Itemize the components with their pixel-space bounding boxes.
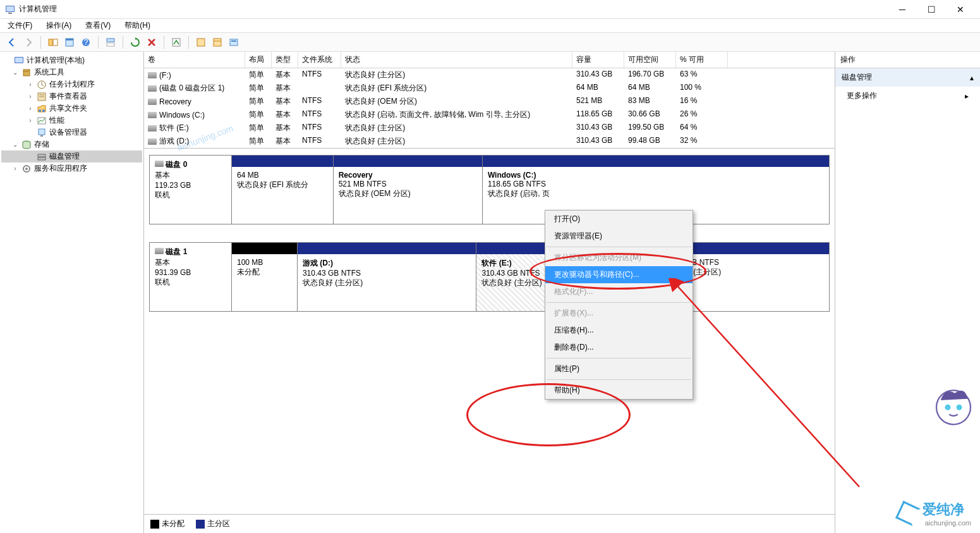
minimize-button[interactable]: ─: [888, 0, 917, 19]
tree-services-apps[interactable]: ›服务和应用程序: [1, 162, 142, 175]
legend-swatch-primary: [196, 520, 205, 529]
action-button[interactable]: [227, 35, 241, 49]
collapse-icon: ▴: [970, 73, 974, 82]
svg-rect-12: [197, 39, 205, 46]
svg-rect-13: [214, 39, 221, 46]
context-menu: 打开(O) 资源管理器(E) 将分区标记为活动分区(M) 更改驱动器号和路径(C…: [545, 210, 693, 400]
navigation-tree: 计算机管理(本地) ⌄系统工具 ›任务计划程序 ›事件查看器 ›共享文件夹 ›性…: [0, 52, 144, 533]
col-filesystem[interactable]: 文件系统: [298, 52, 341, 68]
center-pane: 卷 布局 类型 文件系统 状态 容量 可用空间 % 可用 (F:)简单基本NTF…: [144, 52, 835, 533]
disk-0-row: 磁盘 0 基本 119.23 GB 联机 64 MB状态良好 (EFI 系统分R…: [149, 155, 830, 224]
legend-swatch-unalloc: [150, 520, 159, 529]
volume-table: 卷 布局 类型 文件系统 状态 容量 可用空间 % 可用 (F:)简单基本NTF…: [144, 52, 835, 149]
delete-button[interactable]: [145, 35, 159, 49]
partition[interactable]: 100 MB未分配: [232, 243, 298, 311]
drive-icon: [148, 125, 157, 132]
disk-icon: [155, 248, 164, 254]
svg-point-25: [42, 109, 45, 112]
legend: 未分配 主分区: [144, 514, 835, 533]
list-button[interactable]: [194, 35, 208, 49]
back-button[interactable]: [5, 35, 19, 49]
tree-storage[interactable]: ⌄存储: [1, 138, 142, 150]
menu-extend: 扩展卷(X)...: [545, 305, 693, 322]
col-type[interactable]: 类型: [272, 52, 298, 68]
settings-button[interactable]: [169, 35, 183, 49]
col-free[interactable]: 可用空间: [624, 52, 676, 68]
menu-format: 格式化(F)...: [545, 283, 693, 300]
svg-rect-3: [49, 39, 52, 46]
tree-disk-management[interactable]: 磁盘管理: [1, 150, 142, 162]
col-status[interactable]: 状态: [341, 52, 572, 68]
menu-view[interactable]: 查看(V): [83, 19, 113, 32]
partition[interactable]: 游戏 (D:)310.43 GB NTFS状态良好 (主分区): [298, 243, 477, 311]
svg-rect-2: [8, 13, 12, 14]
col-capacity[interactable]: 容量: [572, 52, 624, 68]
table-header: 卷 布局 类型 文件系统 状态 容量 可用空间 % 可用: [144, 52, 835, 68]
tree-performance[interactable]: ›性能: [1, 114, 142, 126]
table-row[interactable]: 游戏 (D:)简单基本NTFS状态良好 (主分区)310.43 GB99.48 …: [144, 135, 835, 148]
menubar: 文件(F) 操作(A) 查看(V) 帮助(H): [0, 19, 980, 33]
drive-icon: [148, 112, 157, 118]
window-title: 计算机管理: [19, 4, 888, 15]
svg-rect-10: [107, 43, 114, 46]
view-top-button[interactable]: [104, 35, 118, 49]
svg-rect-30: [38, 154, 45, 157]
menu-delete[interactable]: 删除卷(D)...: [545, 339, 693, 356]
svg-rect-1: [6, 6, 14, 11]
tree-task-scheduler[interactable]: ›任务计划程序: [1, 78, 142, 90]
help-button[interactable]: ?: [79, 35, 93, 49]
forward-button[interactable]: [21, 35, 35, 49]
svg-rect-6: [66, 39, 73, 40]
properties-button[interactable]: [63, 35, 76, 49]
show-hide-tree-button[interactable]: [46, 35, 60, 49]
table-row[interactable]: Windows (C:)简单基本NTFS状态良好 (启动, 页面文件, 故障转储…: [144, 108, 835, 121]
actions-diskmgmt[interactable]: 磁盘管理 ▴: [835, 68, 980, 87]
menu-action[interactable]: 操作(A): [44, 19, 74, 32]
menu-open[interactable]: 打开(O): [545, 211, 693, 228]
tree-device-manager[interactable]: 设备管理器: [1, 126, 142, 138]
disk-graphical-view: 磁盘 0 基本 119.23 GB 联机 64 MB状态良好 (EFI 系统分R…: [144, 149, 835, 514]
svg-rect-28: [40, 135, 43, 137]
refresh-button[interactable]: [128, 35, 142, 49]
actions-pane: 操作 磁盘管理 ▴ 更多操作 ▸: [835, 52, 980, 533]
table-row[interactable]: (F:)简单基本NTFS状态良好 (主分区)310.43 GB196.70 GB…: [144, 68, 835, 82]
svg-point-24: [39, 109, 41, 112]
menu-change-drive-letter[interactable]: 更改驱动器号和路径(C)...: [545, 266, 693, 283]
menu-mark-active: 将分区标记为活动分区(M): [545, 249, 693, 266]
detail-button[interactable]: [210, 35, 224, 49]
app-icon: [5, 4, 15, 15]
svg-rect-4: [53, 39, 57, 46]
col-volume[interactable]: 卷: [144, 52, 245, 68]
menu-file[interactable]: 文件(F): [5, 19, 35, 32]
disk-0-info[interactable]: 磁盘 0 基本 119.23 GB 联机: [150, 156, 232, 224]
menu-help[interactable]: 帮助(H): [545, 382, 693, 399]
table-row[interactable]: Recovery简单基本NTFS状态良好 (OEM 分区)521 MB83 MB…: [144, 95, 835, 108]
tree-event-viewer[interactable]: ›事件查看器: [1, 90, 142, 102]
actions-more[interactable]: 更多操作 ▸: [835, 87, 980, 105]
svg-rect-31: [38, 157, 45, 160]
menu-help[interactable]: 帮助(H): [122, 19, 153, 32]
maximize-button[interactable]: ☐: [917, 0, 946, 19]
disk-icon: [155, 161, 164, 167]
table-row[interactable]: (磁盘 0 磁盘分区 1)简单基本状态良好 (EFI 系统分区)64 MB64 …: [144, 82, 835, 95]
disk-1-row: 磁盘 1 基本 931.39 GB 联机 100 MB未分配游戏 (D:)310…: [149, 242, 830, 312]
tree-system-tools[interactable]: ⌄系统工具: [1, 66, 142, 78]
table-row[interactable]: 软件 (E:)简单基本NTFS状态良好 (主分区)310.43 GB199.50…: [144, 121, 835, 135]
svg-rect-9: [107, 39, 114, 42]
svg-point-33: [25, 168, 28, 170]
menu-properties[interactable]: 属性(P): [545, 360, 693, 377]
brand-logo-icon: [895, 501, 921, 526]
col-percent[interactable]: % 可用: [676, 52, 728, 68]
tree-root[interactable]: 计算机管理(本地): [1, 54, 142, 66]
tree-shared-folders[interactable]: ›共享文件夹: [1, 102, 142, 114]
close-button[interactable]: ✕: [946, 0, 975, 19]
col-layout[interactable]: 布局: [245, 52, 272, 68]
menu-shrink[interactable]: 压缩卷(H)...: [545, 322, 693, 339]
menu-explorer[interactable]: 资源管理器(E): [545, 228, 693, 245]
partition[interactable]: Recovery521 MB NTFS状态良好 (OEM 分区): [334, 156, 483, 224]
drive-icon: [148, 138, 157, 145]
svg-text:?: ?: [84, 38, 88, 47]
svg-rect-27: [39, 129, 45, 135]
partition[interactable]: 64 MB状态良好 (EFI 系统分: [232, 156, 334, 224]
disk-1-info[interactable]: 磁盘 1 基本 931.39 GB 联机: [150, 243, 232, 311]
